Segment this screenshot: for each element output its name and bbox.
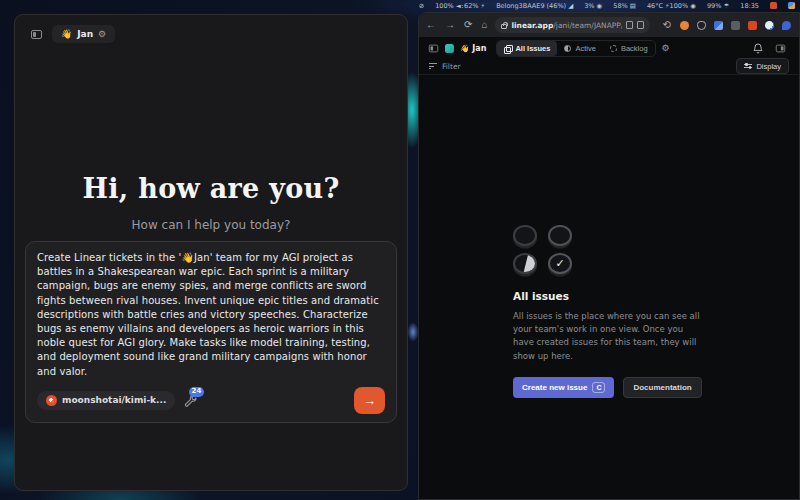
documentation-button[interactable]: Documentation xyxy=(623,377,701,398)
greeting-subtitle: How can I help you today? xyxy=(15,218,407,232)
workspace-avatar[interactable] xyxy=(445,44,454,53)
tools-count-badge: 24 xyxy=(189,387,205,397)
all-issues-icon xyxy=(504,45,511,52)
filter-label: Filter xyxy=(442,62,461,71)
extensions-tray: ⟲ ⋯ xyxy=(661,20,800,30)
forward-button[interactable]: → xyxy=(444,20,456,30)
chat-input-text[interactable]: Create Linear tickets in the '👋Jan' team… xyxy=(37,251,385,379)
browser-toolbar: ← → ⟳ ⌂ linear.app/jani/team/JANAPP/all … xyxy=(419,13,799,37)
todo-circle-icon xyxy=(513,225,537,246)
chat-composer[interactable]: Create Linear tickets in the '👋Jan' team… xyxy=(25,241,397,423)
address-bar[interactable]: linear.app/jani/team/JANAPP/all xyxy=(495,17,650,33)
team-wave-emoji-icon: 👋 xyxy=(460,44,469,53)
status-coins-illustration: ✓ xyxy=(513,225,705,274)
notifications-bell-icon[interactable] xyxy=(753,43,763,54)
reader-mode-icon[interactable] xyxy=(637,21,644,29)
moonshot-logo-icon xyxy=(46,395,57,406)
orange-extension-icon[interactable] xyxy=(680,21,689,30)
tab-active-label: Active xyxy=(575,44,595,53)
memory-status: 58% ▤ xyxy=(613,2,636,10)
team-name: 👋 Jan xyxy=(460,44,486,53)
display-button[interactable]: Display xyxy=(736,58,789,74)
team-name-label: Jan xyxy=(472,44,486,53)
empty-state-description: All issues is the place where you can se… xyxy=(513,310,705,363)
wifi-network-status: Belong3BAAE9 (46%) ◢ xyxy=(496,2,573,10)
flag-extension-icon[interactable] xyxy=(714,21,723,30)
send-arrow-icon: → xyxy=(363,393,376,408)
home-button[interactable]: ⌂ xyxy=(480,20,488,30)
back-button[interactable]: ← xyxy=(425,20,437,30)
url-path: /jani/team/JANAPP/all xyxy=(553,21,622,30)
filter-icon xyxy=(429,63,437,69)
shortcut-badge: C xyxy=(592,382,605,393)
half-filled-circle-icon xyxy=(513,253,537,274)
composer-toolbar: moonshotai/kimi-k... 24 → xyxy=(37,387,385,414)
active-status-icon xyxy=(564,45,571,52)
sync-extension-icon[interactable]: ⟲ xyxy=(661,20,671,30)
jan-header: 👋 Jan ⚙ xyxy=(15,15,407,43)
thread-team-chip[interactable]: 👋 Jan ⚙ xyxy=(52,25,115,43)
backlog-status-icon xyxy=(610,45,617,52)
tab-backlog[interactable]: Backlog xyxy=(603,41,655,56)
greeting-title: Hi, how are you? xyxy=(15,173,407,204)
tab-active[interactable]: Active xyxy=(557,41,602,56)
clock: 18:35 xyxy=(740,2,759,10)
red-extension-icon[interactable] xyxy=(748,21,757,30)
tab-backlog-label: Backlog xyxy=(621,44,648,53)
tools-button[interactable]: 24 xyxy=(184,393,200,407)
display-sliders-icon xyxy=(744,64,752,68)
reload-button[interactable]: ⟳ xyxy=(463,20,473,30)
volume-brightness-status: 100% ◄᎓62% ⚡ xyxy=(435,2,485,10)
linear-sidebar-toggle-icon[interactable] xyxy=(429,44,438,52)
tab-all-issues[interactable]: All Issues xyxy=(497,41,557,56)
tray-apps-icon[interactable] xyxy=(788,2,795,9)
done-check-icon: ✓ xyxy=(548,253,572,274)
sidebar-toggle-icon[interactable] xyxy=(31,30,42,39)
all-issues-empty-state: ✓ All issues All issues is the place whe… xyxy=(513,225,705,398)
tray-mail-icon[interactable] xyxy=(770,2,777,9)
greeting-block: Hi, how are you? How can I help you toda… xyxy=(15,173,407,232)
create-new-issue-label: Create new issue xyxy=(522,383,587,392)
filter-bar: Filter Display xyxy=(419,58,799,75)
system-status-bar: ⊘ 100% ◄᎓62% ⚡ Belong3BAAE9 (46%) ◢ 3% ◉… xyxy=(419,0,800,11)
display-label: Display xyxy=(756,62,781,71)
humidity-status: 99% ☂ xyxy=(707,2,729,10)
cpu-status: 3% ◉ xyxy=(584,2,602,10)
tab-all-issues-label: All Issues xyxy=(515,44,550,53)
model-name: moonshotai/kimi-k... xyxy=(62,395,166,405)
round-extension-icon[interactable] xyxy=(765,21,774,30)
lock-icon xyxy=(501,24,507,29)
bookmark-page-icon[interactable] xyxy=(626,21,633,29)
right-panel-toggle-icon[interactable] xyxy=(776,44,785,52)
thread-title: Jan xyxy=(77,29,93,39)
model-selector[interactable]: moonshotai/kimi-k... xyxy=(37,391,175,410)
send-button[interactable]: → xyxy=(354,387,385,414)
empty-state-actions: Create new issue C Documentation xyxy=(513,377,705,398)
page-url: linear.app/jani/team/JANAPP/all xyxy=(511,21,622,30)
temperature-battery-status: 46°C ⚡100% ◉ xyxy=(647,2,696,10)
view-tabs: All Issues Active Backlog xyxy=(496,40,655,57)
browser-window: ← → ⟳ ⌂ linear.app/jani/team/JANAPP/all … xyxy=(418,12,800,500)
wave-emoji-icon: 👋 xyxy=(61,29,72,39)
empty-state-title: All issues xyxy=(513,290,705,302)
progress-circle-icon xyxy=(548,225,572,246)
filter-button[interactable]: Filter xyxy=(429,62,461,71)
linear-header-right xyxy=(753,43,790,54)
view-settings-icon[interactable]: ⚙ xyxy=(662,44,670,53)
create-new-issue-button[interactable]: Create new issue C xyxy=(513,377,614,398)
linear-page: 👋 Jan All Issues Active Backlog ⚙ xyxy=(419,37,799,499)
url-host: linear.app xyxy=(511,21,553,30)
thread-settings-icon[interactable]: ⚙ xyxy=(98,30,106,39)
dnd-icon: ⊘ xyxy=(419,2,424,10)
cloud-extension-icon[interactable] xyxy=(697,21,706,30)
jan-app-window: 👋 Jan ⚙ Hi, how are you? How can I help … xyxy=(14,14,408,491)
linear-header: 👋 Jan All Issues Active Backlog ⚙ xyxy=(419,40,799,56)
drop-extension-icon[interactable] xyxy=(782,21,791,30)
gray-extension-icon[interactable] xyxy=(731,21,740,30)
